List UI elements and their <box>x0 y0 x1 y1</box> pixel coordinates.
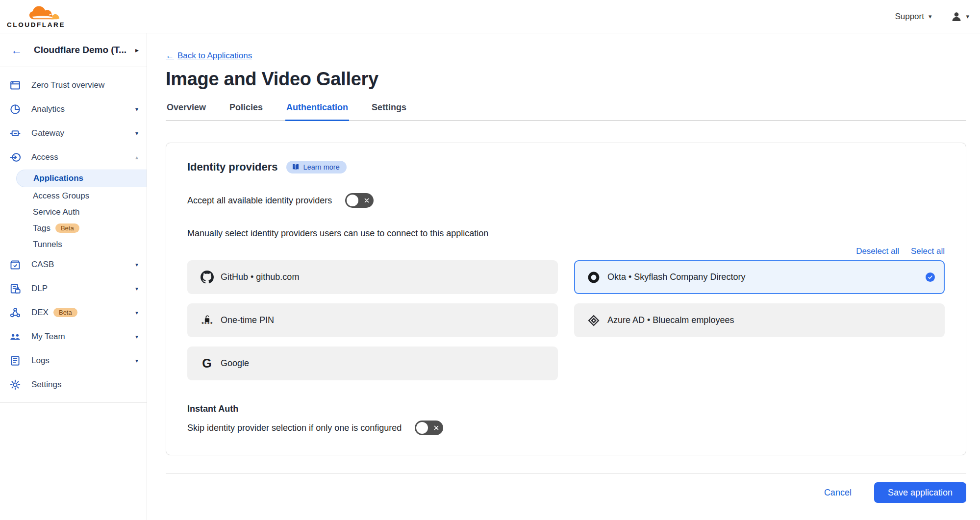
one-time-pin-icon: **** <box>200 314 214 327</box>
manual-select-label: Manually select identity providers users… <box>187 228 945 239</box>
chevron-down-icon: ▾ <box>135 334 138 340</box>
x-icon <box>433 425 439 431</box>
user-menu[interactable]: ▾ <box>951 11 969 22</box>
x-icon <box>364 198 370 203</box>
tab-settings[interactable]: Settings <box>371 102 407 120</box>
toggle-knob <box>416 422 428 434</box>
access-submenu: Applications Access Groups Service Auth … <box>0 170 147 252</box>
sidebar-item-service-auth[interactable]: Service Auth <box>0 204 147 220</box>
deselect-all-link[interactable]: Deselect all <box>856 247 899 256</box>
sidebar-item-casb[interactable]: CASB ▾ <box>0 252 147 276</box>
footer-divider <box>166 473 966 474</box>
cloudflare-logo[interactable]: CLOUDFLARE <box>7 4 66 28</box>
tab-authentication[interactable]: Authentication <box>285 102 349 121</box>
tab-bar: Overview Policies Authentication Setting… <box>166 102 966 121</box>
back-arrow-icon: ← <box>166 51 174 61</box>
provider-card-one-time-pin[interactable]: **** One-time PIN <box>187 303 558 337</box>
chevron-down-icon: ▾ <box>135 358 138 364</box>
tab-policies[interactable]: Policies <box>228 102 264 120</box>
browser-window-icon <box>10 80 21 91</box>
chevron-down-icon: ▾ <box>966 13 969 20</box>
selected-check-icon <box>926 272 935 282</box>
instant-auth-label: Skip identity provider selection if only… <box>187 423 402 433</box>
cancel-button[interactable]: Cancel <box>824 488 852 498</box>
accept-all-toggle[interactable] <box>345 193 374 208</box>
toggle-knob <box>347 195 358 206</box>
chevron-down-icon: ▾ <box>135 286 138 292</box>
main-content: ← Back to Applications Image and Video G… <box>147 33 980 520</box>
accept-all-label: Accept all available identity providers <box>187 196 332 206</box>
instant-auth-heading: Instant Auth <box>187 404 945 414</box>
network-nodes-icon <box>10 307 21 318</box>
chevron-down-icon: ▾ <box>135 310 138 316</box>
support-menu[interactable]: Support ▾ <box>895 12 931 22</box>
page-title: Image and Video Gallery <box>166 69 966 90</box>
chevron-down-icon: ▾ <box>135 130 138 136</box>
provider-grid: GitHub • github.com Okta • Skyflash Comp… <box>187 260 945 380</box>
okta-icon <box>587 271 601 284</box>
tab-overview[interactable]: Overview <box>166 102 207 120</box>
sidebar-item-tags[interactable]: Tags Beta <box>0 220 147 236</box>
sidebar-item-analytics[interactable]: Analytics ▾ <box>0 97 147 121</box>
google-icon: G <box>200 357 214 371</box>
chevron-down-icon: ▾ <box>135 262 138 268</box>
back-to-applications-link[interactable]: ← Back to Applications <box>166 51 252 61</box>
pie-chart-icon <box>10 104 21 115</box>
sidebar-item-my-team[interactable]: My Team ▾ <box>0 324 147 348</box>
chevron-up-icon: ▴ <box>135 154 138 160</box>
provider-card-azure-ad[interactable]: Azure AD • Bluecalm employees <box>574 303 945 337</box>
back-arrow-icon[interactable]: ← <box>11 45 22 56</box>
provider-card-google[interactable]: G Google <box>187 347 558 380</box>
document-lock-icon <box>10 283 21 294</box>
chevron-down-icon: ▾ <box>929 13 932 20</box>
provider-card-okta[interactable]: Okta • Skyflash Company Directory <box>574 260 945 294</box>
sidebar-item-tunnels[interactable]: Tunnels <box>0 236 147 252</box>
cloudflare-wordmark: CLOUDFLARE <box>7 21 65 28</box>
sidebar-divider <box>0 402 147 403</box>
user-icon <box>951 11 962 22</box>
github-icon <box>200 271 214 284</box>
identity-providers-card: Identity providers Learn more Accept all… <box>166 143 966 455</box>
people-icon <box>10 331 21 342</box>
log-document-icon <box>10 355 21 366</box>
beta-badge: Beta <box>55 223 79 233</box>
chevron-right-icon[interactable]: ▸ <box>135 46 139 54</box>
gateway-icon <box>10 128 21 139</box>
sidebar-item-gateway[interactable]: Gateway ▾ <box>0 121 147 145</box>
sidebar-item-applications[interactable]: Applications <box>16 170 147 187</box>
sidebar-item-dlp[interactable]: DLP ▾ <box>0 276 147 300</box>
box-check-icon <box>10 259 21 270</box>
card-title: Identity providers <box>187 161 278 173</box>
chevron-down-icon: ▾ <box>135 106 138 112</box>
topbar: CLOUDFLARE Support ▾ ▾ <box>0 0 980 33</box>
sidebar-account-header: ← Cloudflare Demo (T... ▸ <box>0 33 147 67</box>
footer-actions: Cancel Save application <box>166 482 966 512</box>
access-login-icon <box>10 152 21 163</box>
sidebar: ← Cloudflare Demo (T... ▸ Zero Trust ove… <box>0 33 147 520</box>
instant-auth-toggle[interactable] <box>415 421 443 435</box>
sidebar-item-zero-trust-overview[interactable]: Zero Trust overview <box>0 73 147 97</box>
sidebar-item-access-groups[interactable]: Access Groups <box>0 188 147 204</box>
beta-badge: Beta <box>53 308 77 317</box>
sidebar-item-settings[interactable]: Settings <box>0 372 147 396</box>
support-label: Support <box>895 12 924 22</box>
azure-ad-icon <box>587 314 601 327</box>
gear-icon <box>10 379 21 390</box>
save-application-button[interactable]: Save application <box>874 482 966 503</box>
book-icon <box>292 163 300 171</box>
cloudflare-cloud-icon <box>27 4 66 21</box>
sidebar-nav: Zero Trust overview Analytics ▾ <box>0 67 147 403</box>
sidebar-item-access[interactable]: Access ▴ <box>0 145 147 169</box>
provider-card-github[interactable]: GitHub • github.com <box>187 260 558 294</box>
learn-more-badge[interactable]: Learn more <box>286 161 347 173</box>
sidebar-item-logs[interactable]: Logs ▾ <box>0 348 147 372</box>
account-name: Cloudflare Demo (T... <box>34 45 135 55</box>
sidebar-item-dex[interactable]: DEX Beta ▾ <box>0 300 147 324</box>
select-all-link[interactable]: Select all <box>911 247 945 256</box>
